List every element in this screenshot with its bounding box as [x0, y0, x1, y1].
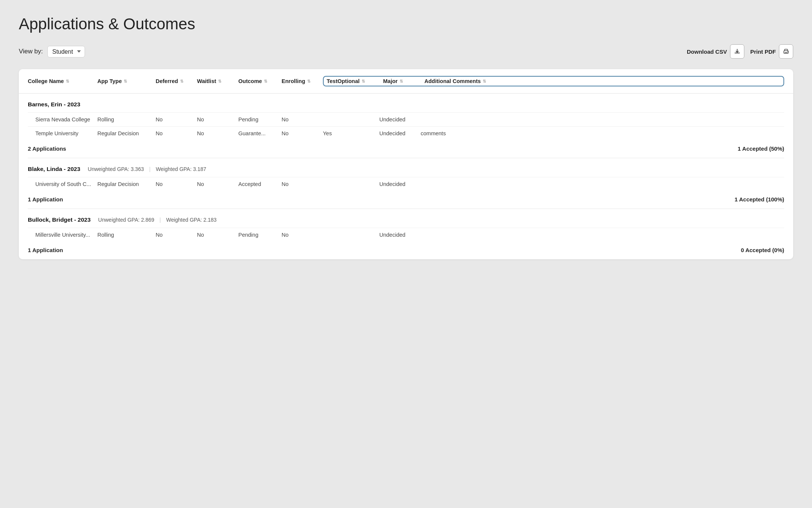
summary-row-bullock: 1 Application 0 Accepted (0%) [28, 242, 784, 256]
gpa-separator: | [159, 217, 161, 223]
weighted-gpa-label-bullock: Weighted GPA: 2.183 [166, 217, 217, 223]
student-name-barnes: Barnes, Erin - 2023 [28, 101, 80, 108]
summary-row-barnes: 2 Applications 1 Accepted (50%) [28, 140, 784, 155]
cell-waitlist: No [197, 181, 238, 187]
highlighted-columns: TestOptional ⇅ Major ⇅ Additional Commen… [323, 76, 784, 86]
cell-enrolling: No [282, 232, 323, 238]
cell-outcome: Guarante... [238, 130, 282, 136]
view-by-label: View by: [19, 48, 43, 55]
sort-icon-outcome: ⇅ [264, 79, 267, 84]
sort-icon-enrolling: ⇅ [307, 79, 311, 84]
table-header: College Name ⇅ App Type ⇅ Deferred ⇅ Wai… [19, 69, 793, 94]
cell-major: Undecided [379, 130, 421, 136]
cell-major: Undecided [379, 232, 421, 238]
svg-rect-0 [784, 51, 788, 53]
main-table-card: College Name ⇅ App Type ⇅ Deferred ⇅ Wai… [19, 69, 793, 259]
student-group-blake: Blake, Linda - 2023 Unweighted GPA: 3.36… [28, 158, 784, 209]
accepted-count-blake: 1 Accepted (100%) [735, 196, 784, 203]
cell-additional-comments: comments [421, 130, 784, 136]
print-pdf-label: Print PDF [750, 48, 776, 55]
sort-icon-additional-comments: ⇅ [483, 79, 486, 84]
summary-row-blake: 1 Application 1 Accepted (100%) [28, 191, 784, 206]
gpa-separator: | [149, 166, 151, 172]
cell-college-name: Millersville University... [28, 232, 97, 238]
col-header-app-type[interactable]: App Type ⇅ [97, 76, 156, 86]
student-header-bullock: Bullock, Bridget - 2023 Unweighted GPA: … [28, 216, 784, 223]
cell-major: Undecided [379, 181, 421, 187]
cell-deferred: No [156, 181, 197, 187]
student-group-bullock: Bullock, Bridget - 2023 Unweighted GPA: … [28, 209, 784, 259]
cell-deferred: No [156, 232, 197, 238]
col-header-college-name[interactable]: College Name ⇅ [28, 76, 97, 86]
table-row: Millersville University... Rolling No No… [28, 228, 784, 242]
cell-major: Undecided [379, 116, 421, 122]
table-row: Sierra Nevada College Rolling No No Pend… [28, 112, 784, 126]
download-csv-label: Download CSV [687, 48, 727, 55]
cell-college-name: Sierra Nevada College [28, 116, 97, 122]
cell-test-optional: Yes [323, 130, 379, 136]
sort-icon-major: ⇅ [400, 79, 403, 84]
download-icon [730, 44, 744, 59]
col-header-test-optional[interactable]: TestOptional ⇅ [327, 78, 383, 84]
col-header-deferred[interactable]: Deferred ⇅ [156, 76, 197, 86]
svg-point-2 [788, 51, 788, 52]
student-name-bullock: Bullock, Bridget - 2023 [28, 216, 91, 223]
table-body: Barnes, Erin - 2023 Sierra Nevada Colleg… [19, 94, 793, 259]
accepted-count-bullock: 0 Accepted (0%) [741, 247, 784, 253]
col-header-additional-comments[interactable]: Additional Comments ⇅ [424, 78, 780, 84]
cell-app-type: Rolling [97, 116, 156, 122]
cell-college-name: University of South C... [28, 181, 97, 187]
print-icon [779, 44, 793, 59]
view-by-control: View by: Student College [19, 46, 85, 57]
col-header-waitlist[interactable]: Waitlist ⇅ [197, 76, 238, 86]
table-row: Temple University Regular Decision No No… [28, 126, 784, 140]
cell-app-type: Regular Decision [97, 130, 156, 136]
cell-enrolling: No [282, 116, 323, 122]
student-header-blake: Blake, Linda - 2023 Unweighted GPA: 3.36… [28, 166, 784, 172]
svg-rect-1 [785, 52, 788, 53]
cell-waitlist: No [197, 130, 238, 136]
cell-enrolling: No [282, 181, 323, 187]
weighted-gpa-label-blake: Weighted GPA: 3.187 [156, 166, 206, 172]
cell-waitlist: No [197, 116, 238, 122]
cell-college-name: Temple University [28, 130, 97, 136]
col-header-enrolling[interactable]: Enrolling ⇅ [282, 76, 323, 86]
sort-icon-deferred: ⇅ [180, 79, 183, 84]
sort-icon-test-optional: ⇅ [362, 79, 365, 84]
student-group-barnes: Barnes, Erin - 2023 Sierra Nevada Colleg… [28, 94, 784, 158]
download-csv-button[interactable]: Download CSV [687, 44, 744, 59]
cell-enrolling: No [282, 130, 323, 136]
cell-outcome: Pending [238, 232, 282, 238]
cell-deferred: No [156, 130, 197, 136]
applications-count-blake: 1 Application [28, 196, 63, 203]
gpa-info-blake: Unweighted GPA: 3.363 | Weighted GPA: 3.… [88, 166, 206, 172]
unweighted-gpa-label-blake: Unweighted GPA: 3.363 [88, 166, 144, 172]
col-header-outcome[interactable]: Outcome ⇅ [238, 76, 282, 86]
gpa-info-bullock: Unweighted GPA: 2.869 | Weighted GPA: 2.… [98, 217, 217, 223]
print-pdf-button[interactable]: Print PDF [750, 44, 793, 59]
cell-outcome: Accepted [238, 181, 282, 187]
cell-app-type: Rolling [97, 232, 156, 238]
cell-app-type: Regular Decision [97, 181, 156, 187]
page-title: Applications & Outcomes [19, 15, 793, 33]
accepted-count-barnes: 1 Accepted (50%) [738, 145, 784, 152]
unweighted-gpa-label-bullock: Unweighted GPA: 2.869 [98, 217, 154, 223]
student-header-barnes: Barnes, Erin - 2023 [28, 101, 784, 108]
applications-count-bullock: 1 Application [28, 247, 63, 253]
toolbar-actions: Download CSV Print PDF [687, 44, 793, 59]
applications-count-barnes: 2 Applications [28, 145, 66, 152]
col-header-major[interactable]: Major ⇅ [383, 78, 424, 84]
view-by-select[interactable]: Student College [47, 46, 85, 57]
cell-outcome: Pending [238, 116, 282, 122]
table-row: University of South C... Regular Decisio… [28, 177, 784, 191]
sort-icon-app-type: ⇅ [124, 79, 127, 84]
toolbar: View by: Student College Download CSV Pr… [19, 44, 793, 59]
sort-icon-waitlist: ⇅ [218, 79, 221, 84]
cell-deferred: No [156, 116, 197, 122]
cell-waitlist: No [197, 232, 238, 238]
sort-icon-college-name: ⇅ [66, 79, 69, 84]
student-name-blake: Blake, Linda - 2023 [28, 166, 80, 172]
